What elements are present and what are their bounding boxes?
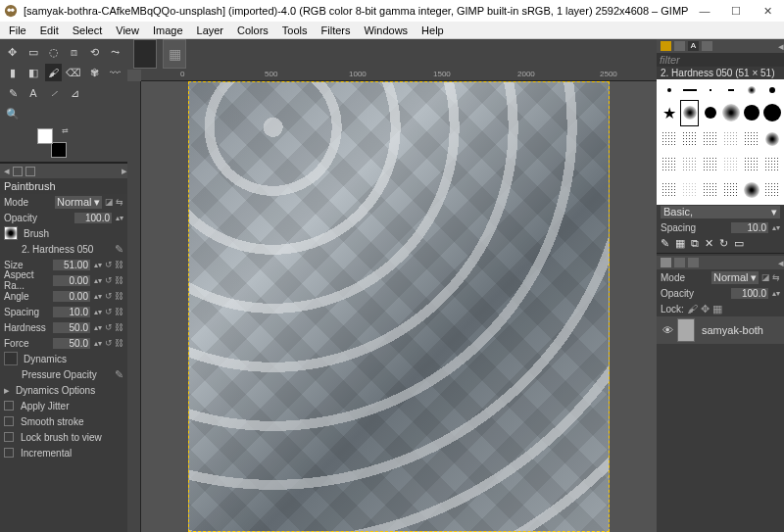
transform-tool[interactable]: ⟲: [85, 43, 103, 61]
brush-edit-icon[interactable]: ✎: [115, 243, 123, 256]
brush-filter-input[interactable]: filter: [660, 54, 680, 66]
new-image-tab[interactable]: ▦: [163, 39, 186, 69]
brush-spacing-input[interactable]: 10.0: [731, 222, 768, 233]
angle-reset-icon[interactable]: ↺: [105, 291, 113, 301]
force-reset-icon[interactable]: ↺: [105, 338, 113, 348]
spacing-input[interactable]: 10.0: [53, 307, 90, 317]
smooth-stroke-checkbox[interactable]: [4, 416, 14, 426]
layers-tab[interactable]: [661, 258, 671, 267]
brush-refresh-icon[interactable]: ↻: [719, 237, 728, 250]
dynamics-value[interactable]: Pressure Opacity: [4, 369, 112, 380]
paths-tab[interactable]: [688, 258, 699, 267]
brush-swatch[interactable]: [701, 128, 719, 152]
brush-preset-select[interactable]: Basic,▾: [661, 206, 780, 218]
brush-swatch[interactable]: [742, 82, 760, 98]
brush-duplicate-icon[interactable]: ⧉: [691, 237, 699, 250]
brush-swatch[interactable]: [680, 178, 699, 202]
path-tool[interactable]: ✎: [4, 84, 22, 102]
fg-color-swatch[interactable]: [37, 128, 53, 144]
text-tool[interactable]: A: [24, 84, 42, 102]
menu-edit[interactable]: Edit: [35, 24, 64, 37]
brush-swatch[interactable]: [701, 100, 719, 126]
brush-swatch[interactable]: [762, 82, 781, 98]
lock-brush-checkbox[interactable]: [4, 432, 14, 442]
opacity-spinner[interactable]: ▴▾: [115, 214, 123, 222]
device-status-tab[interactable]: [25, 167, 35, 176]
menu-file[interactable]: File: [4, 24, 31, 37]
warp-tool[interactable]: ⤳: [106, 43, 123, 61]
brush-swatch[interactable]: [701, 82, 719, 98]
brush-open-icon[interactable]: ▭: [734, 237, 744, 250]
brush-edit-icon[interactable]: ✎: [661, 237, 669, 250]
free-select-tool[interactable]: ◌: [45, 43, 63, 61]
rect-select-tool[interactable]: ▭: [24, 43, 42, 61]
dynamics-options-label[interactable]: Dynamics Options: [16, 385, 123, 396]
layers-dock-menu-icon[interactable]: ◂: [778, 257, 784, 269]
size-reset-icon[interactable]: ↺: [105, 260, 113, 269]
aspect-reset-icon[interactable]: ↺: [105, 275, 113, 285]
tool-options-tab[interactable]: [13, 167, 23, 176]
crop-tool[interactable]: ⧈: [65, 43, 82, 61]
brush-swatch[interactable]: [660, 153, 678, 176]
lock-position-icon[interactable]: ✥: [701, 303, 710, 315]
menu-windows[interactable]: Windows: [359, 24, 413, 37]
bg-color-swatch[interactable]: [51, 142, 67, 158]
brush-swatch[interactable]: [721, 100, 740, 126]
brush-swatch[interactable]: [762, 153, 781, 176]
opacity-input[interactable]: 100.0: [74, 213, 112, 223]
channels-tab[interactable]: [674, 258, 685, 267]
brush-swatch[interactable]: [680, 82, 699, 98]
brush-swatch[interactable]: [742, 100, 760, 126]
dynamics-swatch[interactable]: [4, 352, 18, 365]
horizontal-ruler[interactable]: 0 500 1000 1500 2000 2500: [141, 70, 657, 81]
brush-swatch[interactable]: [721, 128, 740, 152]
size-link-icon[interactable]: ⛓: [115, 260, 123, 269]
canvas[interactable]: [141, 81, 657, 532]
brush-swatch[interactable]: ★: [660, 100, 678, 126]
move-tool[interactable]: ✥: [4, 43, 22, 61]
layer-name[interactable]: samyak-both: [702, 324, 763, 336]
brush-swatch[interactable]: [762, 128, 781, 152]
bucket-fill-tool[interactable]: ▮: [4, 64, 22, 81]
zoom-tool[interactable]: 🔍: [4, 105, 22, 122]
apply-jitter-checkbox[interactable]: [4, 401, 14, 411]
brush-swatch[interactable]: [660, 128, 678, 152]
layer-thumbnail[interactable]: [677, 318, 695, 342]
dynamics-edit-icon[interactable]: ✎: [115, 368, 123, 381]
eraser-tool[interactable]: ⌫: [65, 64, 82, 81]
brush-swatch[interactable]: [742, 178, 760, 202]
lock-pixels-icon[interactable]: 🖌: [687, 303, 698, 314]
menu-tools[interactable]: Tools: [277, 24, 313, 37]
menu-layer[interactable]: Layer: [192, 24, 229, 37]
brush-swatch[interactable]: [660, 178, 678, 202]
angle-input[interactable]: 0.00: [53, 291, 90, 302]
layer-mode-select[interactable]: Normal▾: [711, 271, 759, 284]
brush-swatch[interactable]: [701, 153, 719, 176]
clone-tool[interactable]: ✾: [85, 64, 103, 81]
fonts-tab[interactable]: A: [688, 41, 699, 51]
brush-swatch[interactable]: [680, 128, 699, 152]
expand-icon[interactable]: ▸: [4, 384, 10, 397]
brush-new-icon[interactable]: ▦: [675, 237, 685, 250]
mode-reverse-icon[interactable]: ⇆: [116, 197, 123, 207]
size-input[interactable]: 51.00: [53, 260, 90, 270]
mode-select[interactable]: Normal▾: [55, 196, 102, 209]
hardness-reset-icon[interactable]: ↺: [105, 322, 113, 332]
brush-swatch[interactable]: [660, 82, 678, 98]
image-tab-active[interactable]: [133, 39, 157, 69]
brush-swatch-selected[interactable]: [680, 100, 699, 126]
menu-view[interactable]: View: [111, 24, 144, 37]
image-content[interactable]: [188, 81, 610, 532]
brush-swatch[interactable]: [762, 178, 781, 202]
aspect-input[interactable]: 0.00: [53, 275, 90, 286]
dock-menu-icon[interactable]: ◂: [778, 40, 784, 53]
brush-delete-icon[interactable]: ✕: [705, 237, 713, 250]
menu-image[interactable]: Image: [148, 24, 188, 37]
close-button[interactable]: ✕: [760, 5, 774, 18]
spacing-reset-icon[interactable]: ↺: [105, 307, 113, 316]
menu-help[interactable]: Help: [416, 24, 449, 37]
lock-alpha-icon[interactable]: ▦: [712, 303, 722, 315]
swap-colors-icon[interactable]: ⇄: [62, 126, 69, 135]
brush-swatch[interactable]: [742, 153, 760, 176]
force-input[interactable]: 50.0: [53, 338, 90, 349]
